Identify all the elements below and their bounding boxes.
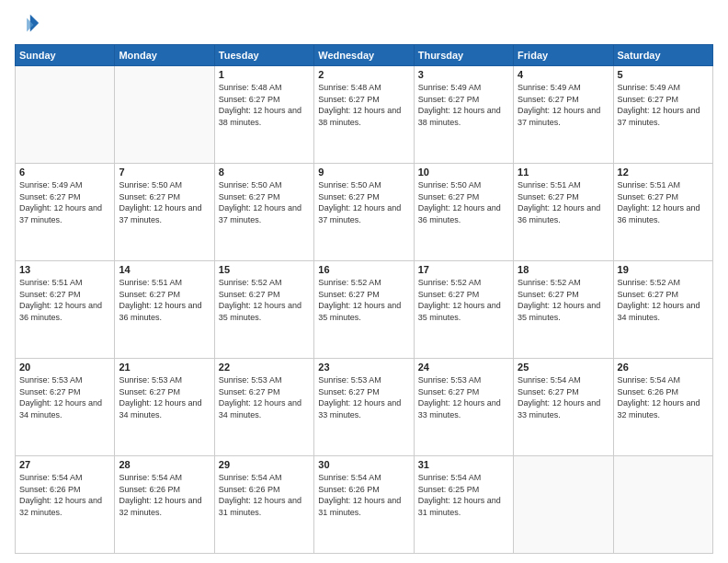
day-number: 4 — [518, 69, 609, 80]
cell-info: Sunrise: 5:54 AMSunset: 6:26 PMDaylight:… — [219, 472, 310, 518]
cell-info: Sunrise: 5:52 AMSunset: 6:27 PMDaylight:… — [618, 277, 709, 323]
calendar-header-friday: Friday — [514, 45, 613, 66]
calendar-week-3: 13Sunrise: 5:51 AMSunset: 6:27 PMDayligh… — [16, 261, 713, 359]
calendar-header-saturday: Saturday — [613, 45, 712, 66]
cell-info: Sunrise: 5:48 AMSunset: 6:27 PMDaylight:… — [219, 82, 310, 128]
calendar-cell: 6Sunrise: 5:49 AMSunset: 6:27 PMDaylight… — [16, 164, 115, 261]
cell-info: Sunrise: 5:54 AMSunset: 6:26 PMDaylight:… — [318, 472, 409, 518]
cell-info: Sunrise: 5:52 AMSunset: 6:27 PMDaylight:… — [318, 277, 409, 323]
calendar-cell: 18Sunrise: 5:52 AMSunset: 6:27 PMDayligh… — [514, 261, 613, 359]
page: SundayMondayTuesdayWednesdayThursdayFrid… — [0, 0, 728, 563]
calendar-cell: 5Sunrise: 5:49 AMSunset: 6:27 PMDaylight… — [613, 66, 712, 164]
cell-info: Sunrise: 5:54 AMSunset: 6:27 PMDaylight:… — [518, 374, 609, 420]
calendar-header-monday: Monday — [115, 45, 214, 66]
calendar-cell: 15Sunrise: 5:52 AMSunset: 6:27 PMDayligh… — [214, 261, 313, 359]
calendar-cell: 29Sunrise: 5:54 AMSunset: 6:26 PMDayligh… — [214, 456, 313, 554]
calendar-cell: 8Sunrise: 5:50 AMSunset: 6:27 PMDaylight… — [214, 164, 313, 261]
day-number: 18 — [518, 264, 609, 275]
cell-info: Sunrise: 5:54 AMSunset: 6:26 PMDaylight:… — [119, 472, 210, 518]
day-number: 12 — [618, 167, 709, 178]
calendar-cell: 20Sunrise: 5:53 AMSunset: 6:27 PMDayligh… — [16, 359, 115, 456]
calendar-cell: 4Sunrise: 5:49 AMSunset: 6:27 PMDaylight… — [514, 66, 613, 164]
cell-info: Sunrise: 5:50 AMSunset: 6:27 PMDaylight:… — [418, 179, 509, 225]
cell-info: Sunrise: 5:53 AMSunset: 6:27 PMDaylight:… — [318, 374, 409, 420]
day-number: 19 — [618, 264, 709, 275]
cell-info: Sunrise: 5:52 AMSunset: 6:27 PMDaylight:… — [418, 277, 509, 323]
calendar-week-1: 1Sunrise: 5:48 AMSunset: 6:27 PMDaylight… — [16, 66, 713, 164]
day-number: 9 — [318, 167, 409, 178]
calendar-cell: 21Sunrise: 5:53 AMSunset: 6:27 PMDayligh… — [115, 359, 214, 456]
cell-info: Sunrise: 5:52 AMSunset: 6:27 PMDaylight:… — [219, 277, 310, 323]
calendar-header-sunday: Sunday — [16, 45, 115, 66]
calendar-cell: 13Sunrise: 5:51 AMSunset: 6:27 PMDayligh… — [16, 261, 115, 359]
calendar-header-row: SundayMondayTuesdayWednesdayThursdayFrid… — [16, 45, 713, 66]
cell-info: Sunrise: 5:54 AMSunset: 6:25 PMDaylight:… — [418, 472, 509, 518]
calendar-cell — [115, 66, 214, 164]
cell-info: Sunrise: 5:50 AMSunset: 6:27 PMDaylight:… — [219, 179, 310, 225]
cell-info: Sunrise: 5:49 AMSunset: 6:27 PMDaylight:… — [618, 82, 709, 128]
calendar-header-tuesday: Tuesday — [214, 45, 313, 66]
day-number: 15 — [219, 264, 310, 275]
day-number: 27 — [19, 459, 110, 470]
logo-icon — [15, 11, 40, 37]
day-number: 28 — [119, 459, 210, 470]
calendar-cell: 10Sunrise: 5:50 AMSunset: 6:27 PMDayligh… — [414, 164, 513, 261]
day-number: 23 — [318, 362, 409, 373]
cell-info: Sunrise: 5:48 AMSunset: 6:27 PMDaylight:… — [318, 82, 409, 128]
cell-info: Sunrise: 5:50 AMSunset: 6:27 PMDaylight:… — [119, 179, 210, 225]
cell-info: Sunrise: 5:51 AMSunset: 6:27 PMDaylight:… — [119, 277, 210, 323]
day-number: 3 — [418, 69, 509, 80]
calendar-cell: 23Sunrise: 5:53 AMSunset: 6:27 PMDayligh… — [314, 359, 414, 456]
calendar-cell — [613, 456, 712, 554]
calendar-cell: 27Sunrise: 5:54 AMSunset: 6:26 PMDayligh… — [16, 456, 115, 554]
calendar-cell: 14Sunrise: 5:51 AMSunset: 6:27 PMDayligh… — [115, 261, 214, 359]
day-number: 16 — [318, 264, 409, 275]
calendar-week-5: 27Sunrise: 5:54 AMSunset: 6:26 PMDayligh… — [16, 456, 713, 554]
calendar-cell: 19Sunrise: 5:52 AMSunset: 6:27 PMDayligh… — [613, 261, 712, 359]
calendar-table: SundayMondayTuesdayWednesdayThursdayFrid… — [15, 44, 713, 554]
cell-info: Sunrise: 5:53 AMSunset: 6:27 PMDaylight:… — [219, 374, 310, 420]
calendar-week-2: 6Sunrise: 5:49 AMSunset: 6:27 PMDaylight… — [16, 164, 713, 261]
day-number: 13 — [19, 264, 110, 275]
calendar-cell: 24Sunrise: 5:53 AMSunset: 6:27 PMDayligh… — [414, 359, 513, 456]
calendar-cell: 12Sunrise: 5:51 AMSunset: 6:27 PMDayligh… — [613, 164, 712, 261]
day-number: 14 — [119, 264, 210, 275]
calendar-cell: 26Sunrise: 5:54 AMSunset: 6:26 PMDayligh… — [613, 359, 712, 456]
cell-info: Sunrise: 5:53 AMSunset: 6:27 PMDaylight:… — [418, 374, 509, 420]
calendar-cell: 22Sunrise: 5:53 AMSunset: 6:27 PMDayligh… — [214, 359, 313, 456]
calendar-cell: 1Sunrise: 5:48 AMSunset: 6:27 PMDaylight… — [214, 66, 313, 164]
cell-info: Sunrise: 5:51 AMSunset: 6:27 PMDaylight:… — [518, 179, 609, 225]
cell-info: Sunrise: 5:52 AMSunset: 6:27 PMDaylight:… — [518, 277, 609, 323]
day-number: 29 — [219, 459, 310, 470]
calendar-cell: 3Sunrise: 5:49 AMSunset: 6:27 PMDaylight… — [414, 66, 513, 164]
cell-info: Sunrise: 5:51 AMSunset: 6:27 PMDaylight:… — [19, 277, 110, 323]
logo — [15, 11, 44, 37]
calendar-cell: 31Sunrise: 5:54 AMSunset: 6:25 PMDayligh… — [414, 456, 513, 554]
calendar-cell: 30Sunrise: 5:54 AMSunset: 6:26 PMDayligh… — [314, 456, 414, 554]
cell-info: Sunrise: 5:53 AMSunset: 6:27 PMDaylight:… — [19, 374, 110, 420]
day-number: 17 — [418, 264, 509, 275]
day-number: 22 — [219, 362, 310, 373]
day-number: 6 — [19, 167, 110, 178]
cell-info: Sunrise: 5:54 AMSunset: 6:26 PMDaylight:… — [19, 472, 110, 518]
day-number: 20 — [19, 362, 110, 373]
calendar-week-4: 20Sunrise: 5:53 AMSunset: 6:27 PMDayligh… — [16, 359, 713, 456]
calendar-cell: 11Sunrise: 5:51 AMSunset: 6:27 PMDayligh… — [514, 164, 613, 261]
cell-info: Sunrise: 5:49 AMSunset: 6:27 PMDaylight:… — [518, 82, 609, 128]
day-number: 11 — [518, 167, 609, 178]
calendar-cell — [514, 456, 613, 554]
calendar-cell: 28Sunrise: 5:54 AMSunset: 6:26 PMDayligh… — [115, 456, 214, 554]
calendar-cell: 2Sunrise: 5:48 AMSunset: 6:27 PMDaylight… — [314, 66, 414, 164]
calendar-cell: 7Sunrise: 5:50 AMSunset: 6:27 PMDaylight… — [115, 164, 214, 261]
day-number: 1 — [219, 69, 310, 80]
cell-info: Sunrise: 5:49 AMSunset: 6:27 PMDaylight:… — [19, 179, 110, 225]
cell-info: Sunrise: 5:51 AMSunset: 6:27 PMDaylight:… — [618, 179, 709, 225]
day-number: 30 — [318, 459, 409, 470]
cell-info: Sunrise: 5:50 AMSunset: 6:27 PMDaylight:… — [318, 179, 409, 225]
calendar-header-thursday: Thursday — [414, 45, 513, 66]
cell-info: Sunrise: 5:53 AMSunset: 6:27 PMDaylight:… — [119, 374, 210, 420]
day-number: 24 — [418, 362, 509, 373]
day-number: 2 — [318, 69, 409, 80]
cell-info: Sunrise: 5:49 AMSunset: 6:27 PMDaylight:… — [418, 82, 509, 128]
day-number: 10 — [418, 167, 509, 178]
